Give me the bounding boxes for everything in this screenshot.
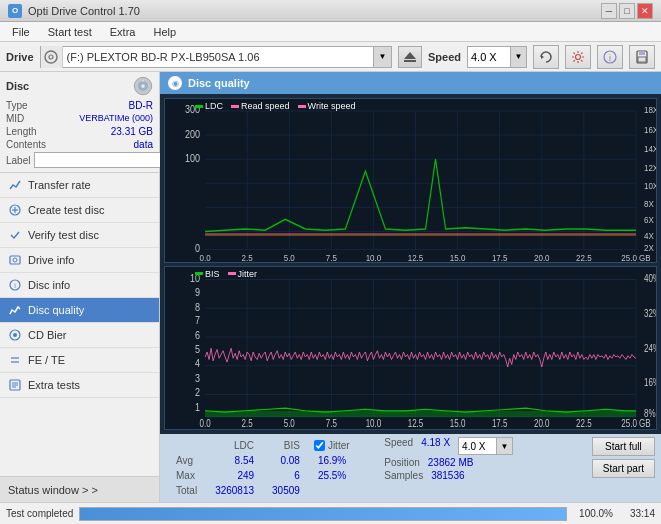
svg-point-1 (49, 55, 53, 59)
disc-contents-row: Contents data (6, 139, 153, 150)
menu-extra[interactable]: Extra (102, 24, 144, 40)
disc-length-label: Length (6, 126, 61, 137)
avg-jitter: 16.9% (310, 454, 354, 467)
svg-rect-30 (165, 99, 656, 262)
settings-button[interactable] (565, 45, 591, 69)
main-layout: Disc Type BD-R MID VERBATIMe (000) (0, 72, 661, 502)
svg-text:4: 4 (195, 357, 200, 369)
nav-verify-test-disc-label: Verify test disc (28, 229, 99, 241)
nav-disc-info[interactable]: i Disc info (0, 273, 159, 298)
stats-speed-select[interactable]: 4.0 X ▼ (458, 437, 513, 455)
right-panel: ◉ Disc quality LDC Read speed (160, 72, 661, 502)
nav-drive-info[interactable]: Drive info (0, 248, 159, 273)
total-bis: 30509 (264, 484, 308, 497)
bottom-chart-legend: BIS Jitter (195, 269, 257, 279)
top-chart: LDC Read speed Write speed (164, 98, 657, 263)
speed-dropdown-arrow[interactable]: ▼ (510, 47, 526, 67)
progress-bar-outer (79, 507, 567, 521)
left-panel: Disc Type BD-R MID VERBATIMe (000) (0, 72, 160, 502)
maximize-button[interactable]: □ (619, 3, 635, 19)
speed-label: Speed (428, 51, 461, 63)
nav-disc-quality[interactable]: Disc quality (0, 298, 159, 323)
nav-transfer-rate[interactable]: Transfer rate (0, 173, 159, 198)
nav-drive-info-label: Drive info (28, 254, 74, 266)
nav-fe-te-label: FE / TE (28, 354, 65, 366)
svg-text:17.5: 17.5 (492, 418, 508, 429)
disc-type-row: Type BD-R (6, 100, 153, 111)
eject-button[interactable] (398, 46, 422, 68)
legend-bis-label: BIS (205, 269, 220, 279)
fe-te-icon (8, 353, 22, 367)
svg-text:17.5: 17.5 (492, 253, 508, 262)
total-ldc: 3260813 (207, 484, 262, 497)
nav-extra-tests[interactable]: Extra tests (0, 373, 159, 398)
disc-length-value: 23.31 GB (61, 126, 153, 137)
nav-transfer-rate-label: Transfer rate (28, 179, 91, 191)
progress-percent-label: 100.0% (573, 508, 613, 519)
jitter-label: Jitter (328, 440, 350, 451)
svg-text:5.0: 5.0 (284, 253, 295, 262)
refresh-button[interactable] (533, 45, 559, 69)
progress-area: Test completed 100.0% 33:14 (0, 502, 661, 524)
svg-text:200: 200 (185, 128, 200, 140)
disc-label-input[interactable] (34, 152, 167, 168)
svg-text:7.5: 7.5 (326, 418, 337, 429)
close-button[interactable]: ✕ (637, 3, 653, 19)
status-window-button[interactable]: Status window > > (0, 476, 159, 502)
svg-text:i: i (14, 282, 16, 289)
svg-rect-72 (165, 267, 656, 430)
nav-create-test-disc-label: Create test disc (28, 204, 104, 216)
menu-file[interactable]: File (4, 24, 38, 40)
nav-disc-info-label: Disc info (28, 279, 70, 291)
drive-dropdown-arrow[interactable]: ▼ (373, 47, 391, 67)
svg-text:4X: 4X (644, 230, 654, 241)
speed-row: Speed 4.18 X 4.0 X ▼ (384, 437, 513, 455)
menu-help[interactable]: Help (145, 24, 184, 40)
jitter-checkbox[interactable] (314, 440, 325, 451)
svg-text:12.5: 12.5 (408, 253, 424, 262)
stats-bar: LDC BIS Jitter Avg 8.54 0.08 16.9% (160, 434, 661, 502)
svg-text:14X: 14X (644, 143, 656, 154)
svg-text:100: 100 (185, 152, 200, 164)
start-full-button[interactable]: Start full (592, 437, 655, 456)
position-row: Position 23862 MB (384, 457, 513, 468)
svg-text:3: 3 (195, 372, 200, 384)
drive-select[interactable]: (F:) PLEXTOR BD-R PX-LB950SA 1.06 ▼ (40, 46, 392, 68)
svg-text:7.5: 7.5 (326, 253, 337, 262)
app-icon: O (8, 4, 22, 18)
start-buttons: Start full Start part (592, 437, 655, 478)
disc-label-row: Label ▶ (6, 152, 153, 168)
svg-rect-18 (10, 256, 20, 264)
legend-bis: BIS (195, 269, 220, 279)
create-test-disc-icon (8, 203, 22, 217)
nav-cd-bier[interactable]: CD Bier (0, 323, 159, 348)
jitter-checkbox-container: Jitter (314, 440, 350, 451)
svg-text:20.0: 20.0 (534, 253, 550, 262)
samples-key: Samples (384, 470, 423, 481)
svg-text:16X: 16X (644, 124, 656, 135)
nav-items: Transfer rate Create test disc Verify te… (0, 173, 159, 476)
legend-read-speed: Read speed (231, 101, 290, 111)
nav-verify-test-disc[interactable]: Verify test disc (0, 223, 159, 248)
nav-fe-te[interactable]: FE / TE (0, 348, 159, 373)
minimize-button[interactable]: ─ (601, 3, 617, 19)
svg-text:0.0: 0.0 (200, 418, 211, 429)
chart-header-icon: ◉ (168, 76, 182, 90)
progress-status-label: Test completed (6, 508, 73, 519)
drive-info-icon (8, 253, 22, 267)
info-button[interactable]: i (597, 45, 623, 69)
svg-text:25.0 GB: 25.0 GB (621, 418, 650, 429)
svg-text:1: 1 (195, 400, 200, 412)
disc-mid-label: MID (6, 113, 61, 124)
stats-speed-dropdown-arrow[interactable]: ▼ (496, 438, 512, 454)
menu-start-test[interactable]: Start test (40, 24, 100, 40)
speed-select[interactable]: 4.0 X ▼ (467, 46, 527, 68)
start-part-button[interactable]: Start part (592, 459, 655, 478)
nav-create-test-disc[interactable]: Create test disc (0, 198, 159, 223)
disc-cd-icon (133, 76, 153, 96)
svg-text:2.5: 2.5 (242, 253, 253, 262)
save-button[interactable] (629, 45, 655, 69)
svg-text:2X: 2X (644, 242, 654, 253)
progress-time-label: 33:14 (619, 508, 655, 519)
svg-marker-115 (205, 410, 636, 416)
